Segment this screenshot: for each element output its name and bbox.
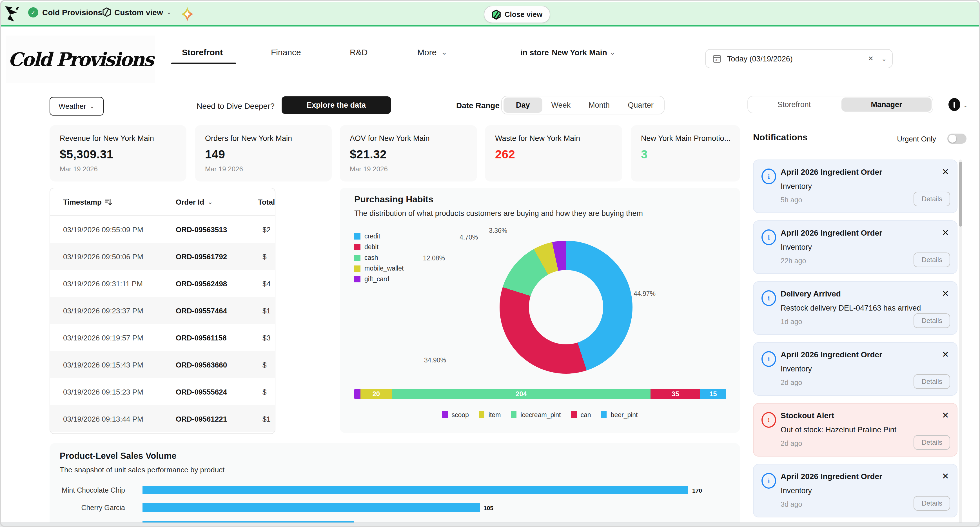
table-row[interactable]: 03/19/2026 09:19:57 PMORD-09561158$3 bbox=[50, 324, 275, 351]
urgent-only-toggle[interactable] bbox=[947, 134, 966, 144]
legend-label: debit bbox=[364, 243, 379, 250]
kpi-value: $5,309.31 bbox=[60, 148, 176, 161]
range-quarter[interactable]: Quarter bbox=[619, 97, 663, 113]
chevron-down-icon[interactable]: ⌄ bbox=[881, 55, 886, 62]
table-row[interactable]: 03/19/2026 09:23:37 PMORD-09557464$1 bbox=[50, 297, 275, 324]
details-button[interactable]: Details bbox=[914, 496, 950, 511]
details-button[interactable]: Details bbox=[914, 252, 950, 267]
product-bar[interactable] bbox=[143, 486, 688, 494]
close-icon[interactable]: ✕ bbox=[942, 350, 949, 359]
product-format-stacked-bar[interactable]: 202043515 bbox=[354, 389, 726, 399]
close-icon[interactable]: ✕ bbox=[942, 228, 949, 238]
orders-table-header: Timestamp Order Id ⌄ Total bbox=[50, 188, 275, 216]
stack-segment-item[interactable]: 20 bbox=[360, 389, 392, 399]
column-header-order-id[interactable]: Order Id ⌄ bbox=[176, 198, 213, 206]
brand-logo[interactable]: Cold Provisions bbox=[6, 35, 155, 83]
notification-card[interactable]: iApril 2026 Ingredient Order✕Inventory22… bbox=[753, 220, 958, 274]
payment-method-donut-chart[interactable] bbox=[500, 241, 633, 374]
clear-date-icon[interactable]: ✕ bbox=[868, 55, 873, 62]
weather-dropdown[interactable]: Weather ⌄ bbox=[49, 97, 103, 115]
store-context-name: New York Main bbox=[552, 48, 607, 57]
tab-storefront[interactable]: Storefront bbox=[182, 47, 223, 57]
close-icon[interactable]: ✕ bbox=[942, 167, 949, 177]
notification-time: 1d ago bbox=[781, 318, 802, 326]
kpi-card-1[interactable]: Orders for New York Main149Mar 19 2026 bbox=[195, 125, 332, 182]
notification-card[interactable]: iApril 2026 Ingredient Order✕Inventory5h… bbox=[753, 160, 958, 213]
table-row[interactable]: 03/19/2026 09:31:11 PMORD-09562498$4 bbox=[50, 270, 275, 297]
kpi-card-2[interactable]: AOV for New York Main$21.32Mar 19 2026 bbox=[340, 125, 477, 182]
kpi-card-0[interactable]: Revenue for New York Main$5,309.31Mar 19… bbox=[49, 125, 186, 182]
kpi-card-3[interactable]: Waste for New York Main262 bbox=[485, 125, 622, 182]
close-icon[interactable]: ✕ bbox=[942, 471, 949, 481]
notification-card[interactable]: iApril 2026 Ingredient Order✕Inventory2d… bbox=[753, 342, 958, 396]
details-button[interactable]: Details bbox=[914, 374, 950, 389]
range-month[interactable]: Month bbox=[579, 97, 619, 113]
cell-order-id: ORD-09561792 bbox=[176, 252, 227, 261]
close-view-button[interactable]: Close view bbox=[484, 6, 550, 23]
date-range-label: Date Range bbox=[456, 101, 500, 110]
column-header-timestamp[interactable]: Timestamp bbox=[63, 198, 112, 206]
legend-item-icecream_pint: icecream_pint bbox=[511, 411, 561, 418]
calendar-icon: 31 bbox=[713, 54, 721, 63]
details-button[interactable]: Details bbox=[914, 435, 950, 450]
range-day[interactable]: Day bbox=[504, 97, 542, 113]
legend-item-credit: credit bbox=[354, 233, 404, 240]
cell-order-id: ORD-09563660 bbox=[176, 361, 227, 369]
product-bar[interactable] bbox=[143, 503, 480, 512]
close-icon[interactable]: ✕ bbox=[942, 289, 949, 299]
table-row[interactable]: 03/19/2026 09:55:09 PMORD-09563513$2 bbox=[50, 216, 275, 243]
active-store-badge[interactable]: ✓ Cold Provisions bbox=[28, 7, 102, 18]
cell-timestamp: 03/19/2026 09:15:23 PM bbox=[63, 388, 143, 396]
chevron-down-icon: ⌄ bbox=[166, 8, 172, 16]
notification-card[interactable]: !Stockout Alert✕Out of stock: Hazelnut P… bbox=[753, 403, 958, 457]
donut-label-debit: 34.90% bbox=[424, 357, 446, 364]
urgent-only-label: Urgent Only bbox=[897, 135, 936, 143]
store-context-selector[interactable]: in store New York Main ⌄ bbox=[520, 48, 615, 57]
orders-table-body: 03/19/2026 09:55:09 PMORD-09563513$203/1… bbox=[50, 216, 275, 432]
cell-total: $ bbox=[262, 252, 266, 261]
column-header-total[interactable]: Total bbox=[258, 198, 275, 206]
table-row[interactable]: 03/19/2026 09:13:44 PMORD-09561221$1 bbox=[50, 405, 275, 432]
notification-card[interactable]: iDelivery Arrived✕Restock delivery DEL-0… bbox=[753, 281, 958, 335]
date-filter-select[interactable]: 31 Today (03/19/2026) ✕ ⌄ bbox=[705, 49, 893, 68]
notifications-scrollbar[interactable] bbox=[959, 160, 962, 524]
cell-total: $3 bbox=[262, 334, 270, 342]
kpi-title: New York Main Promotio... bbox=[641, 134, 730, 142]
legend-label: credit bbox=[364, 233, 380, 240]
close-view-label: Close view bbox=[504, 10, 542, 19]
chevron-down-icon[interactable]: ⌄ bbox=[963, 102, 968, 108]
tab-finance[interactable]: Finance bbox=[271, 47, 301, 57]
legend-label: icecream_pint bbox=[520, 411, 561, 418]
stack-segment-can[interactable]: 35 bbox=[651, 389, 700, 399]
sparkle-icon[interactable] bbox=[180, 6, 194, 24]
legend-label: scoop bbox=[452, 411, 469, 418]
user-avatar[interactable] bbox=[948, 98, 960, 111]
notifications-scrollbar-thumb[interactable] bbox=[959, 162, 962, 227]
kpi-title: AOV for New York Main bbox=[350, 134, 467, 142]
stack-segment-beer_pint[interactable]: 15 bbox=[700, 389, 726, 399]
payment-method-legend: creditdebitcashmobile_walletgift_card bbox=[354, 233, 404, 283]
table-row[interactable]: 03/19/2026 09:15:43 PMORD-09563660$ bbox=[50, 351, 275, 378]
range-week[interactable]: Week bbox=[542, 97, 580, 113]
info-icon: i bbox=[762, 169, 776, 184]
tab-more[interactable]: More ⌄ bbox=[417, 47, 447, 57]
stack-segment-icecream_pint[interactable]: 204 bbox=[392, 389, 650, 399]
legend-item-cash: cash bbox=[354, 254, 404, 261]
table-row[interactable]: 03/19/2026 09:50:06 PMORD-09561792$ bbox=[50, 243, 275, 270]
details-button[interactable]: Details bbox=[914, 192, 950, 206]
orders-table-card: Timestamp Order Id ⌄ Total 03/19/2026 09… bbox=[49, 188, 275, 434]
details-button[interactable]: Details bbox=[914, 313, 950, 328]
table-row[interactable]: 03/19/2026 09:15:23 PMORD-09555624$ bbox=[50, 378, 275, 405]
stack-segment-scoop[interactable] bbox=[354, 389, 360, 399]
weather-label: Weather bbox=[59, 102, 86, 110]
tab-rd[interactable]: R&D bbox=[350, 47, 368, 57]
notification-card[interactable]: iApril 2026 Ingredient Order✕Inventory3d… bbox=[753, 464, 958, 517]
kpi-card-4[interactable]: New York Main Promotio...3 bbox=[631, 125, 740, 182]
notification-title: April 2026 Ingredient Order bbox=[781, 472, 882, 481]
view-selector[interactable]: Custom view ⌄ bbox=[102, 7, 172, 17]
role-manager[interactable]: Manager bbox=[842, 97, 932, 112]
notification-time: 22h ago bbox=[781, 257, 806, 265]
explore-data-button[interactable]: Explore the data bbox=[282, 96, 391, 114]
role-storefront[interactable]: Storefront bbox=[749, 97, 839, 112]
close-icon[interactable]: ✕ bbox=[942, 410, 949, 420]
